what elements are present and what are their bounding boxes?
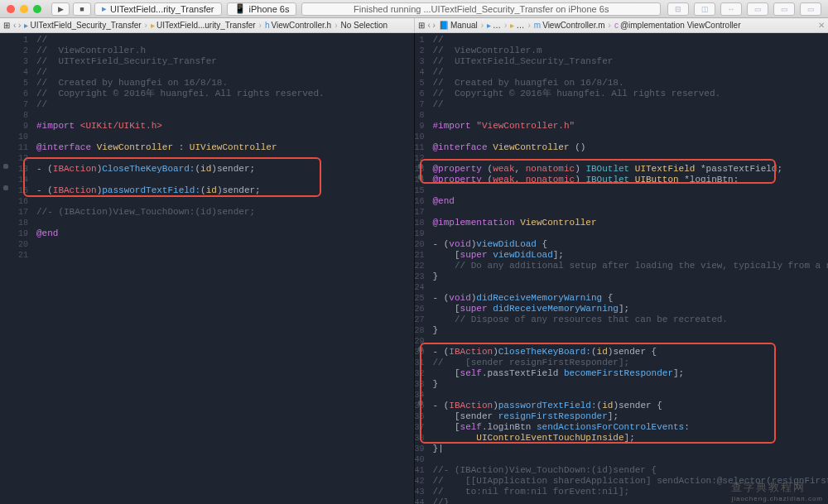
editor-left[interactable]: 123456789101112131415161718192021 // // … xyxy=(0,33,415,504)
related-items-icon[interactable]: ⊞ xyxy=(3,21,10,30)
device-label: iPhone 6s xyxy=(249,4,290,14)
jump-bar-left[interactable]: ⊞ ‹ › ▸UITextField_Security_Transfer › ▸… xyxy=(0,18,415,32)
maximize-window-button[interactable] xyxy=(33,5,41,13)
nav-back-forward[interactable]: ‹ › xyxy=(13,21,21,30)
close-assistant-icon[interactable]: ✕ xyxy=(818,21,825,30)
scheme-label: UITextField...rity_Transfer xyxy=(110,4,214,14)
stop-button[interactable]: ■ xyxy=(73,2,91,16)
scheme-selector[interactable]: ▸UITextField...rity_Transfer xyxy=(94,2,222,16)
code-left[interactable]: // // ViewController.h // UITextField_Se… xyxy=(31,33,414,504)
window-controls xyxy=(7,5,41,13)
version-editor-button[interactable]: ↔ xyxy=(720,2,742,16)
nav-back-forward[interactable]: ‹ › xyxy=(428,21,436,30)
minimize-window-button[interactable] xyxy=(20,5,28,13)
code-right[interactable]: // // ViewController.m // UITextField_Se… xyxy=(428,33,828,504)
close-window-button[interactable] xyxy=(7,5,15,13)
line-numbers-left: 123456789101112131415161718192021 xyxy=(12,33,31,504)
run-button[interactable]: ▶ xyxy=(51,2,70,16)
standard-editor-button[interactable]: ⊟ xyxy=(667,2,689,16)
assistant-editor-button[interactable]: ◫ xyxy=(694,2,715,16)
watermark: 查字典教程网 jiaocheng.chazidian.com xyxy=(731,480,823,502)
title-bar: ▶ ■ ▸UITextField...rity_Transfer 📱iPhone… xyxy=(0,0,828,18)
line-numbers-right: 1234567891011121314151617181920212223242… xyxy=(415,33,428,504)
bottom-panel-toggle[interactable]: ▭ xyxy=(773,2,795,16)
activity-status: Finished running ...UITextField_Security… xyxy=(301,2,661,16)
editor-right[interactable]: 1234567891011121314151617181920212223242… xyxy=(415,33,829,504)
editor-split: 123456789101112131415161718192021 // // … xyxy=(0,33,828,504)
jump-bar-right[interactable]: ⊞ ‹ › 📘Manual › ▸… › ▸… › m ViewControll… xyxy=(415,18,829,32)
gutter-left xyxy=(0,33,12,504)
jump-bar: ⊞ ‹ › ▸UITextField_Security_Transfer › ▸… xyxy=(0,18,828,33)
toolbar-right: ⊟ ◫ ↔ ▭ ▭ ▭ xyxy=(667,2,821,16)
related-items-icon[interactable]: ⊞ xyxy=(418,21,425,30)
right-panel-toggle[interactable]: ▭ xyxy=(800,2,821,16)
left-panel-toggle[interactable]: ▭ xyxy=(747,2,768,16)
device-selector[interactable]: 📱iPhone 6s xyxy=(227,2,297,16)
